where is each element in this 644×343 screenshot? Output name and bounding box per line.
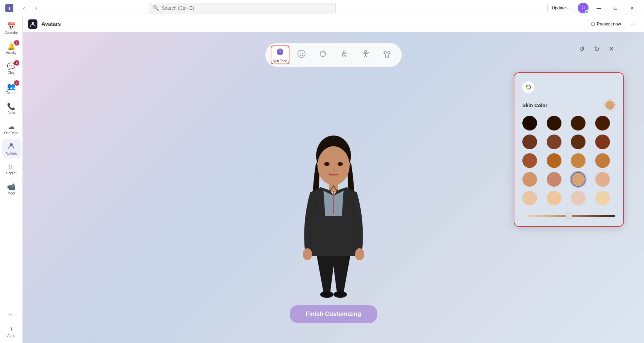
title-bar: T ‹ › 🔍 Update ··· U — □ ✕ <box>0 0 644 16</box>
face-tool[interactable] <box>292 46 311 64</box>
close-button[interactable]: ✕ <box>625 3 640 13</box>
meet-icon: 📹 <box>7 183 15 191</box>
color-swatch[interactable] <box>547 116 561 131</box>
update-button[interactable]: Update ··· <box>547 4 575 12</box>
color-swatch[interactable] <box>595 153 610 168</box>
teams-logo: T <box>4 3 15 13</box>
svg-point-17 <box>339 163 341 165</box>
skin-color-panel: Skin Color <box>514 72 624 227</box>
face-icon <box>297 49 306 61</box>
chat-badge: 4 <box>14 60 19 66</box>
color-swatch[interactable] <box>522 191 537 205</box>
minimize-button[interactable]: — <box>591 3 607 13</box>
color-swatch[interactable] <box>571 116 586 131</box>
svg-point-22 <box>334 291 347 298</box>
sidebar-item-calendar[interactable]: 📅 Calendar <box>2 19 21 37</box>
window-controls: — □ ✕ <box>591 3 640 13</box>
avatars-icon <box>8 142 15 151</box>
sidebar-item-meet[interactable]: 📹 Meet <box>2 179 21 198</box>
redo-button[interactable]: ↻ <box>591 43 603 55</box>
search-input[interactable] <box>162 5 332 11</box>
svg-point-6 <box>298 50 305 58</box>
svg-point-19 <box>303 248 312 260</box>
svg-point-3 <box>32 22 34 24</box>
svg-point-10 <box>343 51 345 53</box>
sidebar-item-label: Apps <box>7 334 15 338</box>
color-swatch[interactable] <box>595 172 610 187</box>
svg-point-16 <box>326 163 328 165</box>
color-swatch[interactable] <box>522 135 537 149</box>
color-swatch[interactable] <box>547 135 561 149</box>
panel-title: Skin Color <box>522 102 547 108</box>
sidebar-item-chat[interactable]: 💬 Chat 4 <box>2 59 21 78</box>
color-swatch[interactable] <box>571 153 586 168</box>
app-icon <box>28 19 37 29</box>
sidebar-item-teams[interactable]: 👥 Teams 2 <box>2 79 21 98</box>
avatar-figure <box>277 122 390 316</box>
close-canvas-button[interactable]: ✕ <box>605 43 617 55</box>
sidebar-item-label: OneDrive <box>4 131 18 135</box>
color-grid <box>522 116 615 205</box>
more-icon: ··· <box>567 5 571 10</box>
svg-point-21 <box>320 291 334 298</box>
canvas-controls: ↺ ↻ ✕ <box>576 43 617 55</box>
header-more-button[interactable]: ··· <box>628 19 639 29</box>
color-swatch[interactable] <box>547 153 561 168</box>
color-swatch[interactable] <box>571 172 586 187</box>
calendar-icon: 📅 <box>7 22 15 30</box>
color-swatch[interactable] <box>571 135 586 149</box>
color-swatch[interactable] <box>522 153 537 168</box>
present-now-button[interactable]: ⊡ Present now <box>587 20 625 28</box>
pose-tool[interactable] <box>356 46 375 64</box>
sidebar-item-avatars[interactable]: Avatars <box>2 139 21 158</box>
sidebar-item-activity[interactable]: 🔔 Activity 2 <box>2 39 21 58</box>
sidebar-item-onedrive[interactable]: ☁ OneDrive <box>2 119 21 138</box>
finish-customizing-button[interactable]: Finish Customizing <box>290 305 377 323</box>
customization-toolbar: Skin Tone <box>265 43 402 67</box>
user-avatar[interactable]: U <box>578 3 589 13</box>
svg-point-20 <box>355 248 364 260</box>
sidebar: 📅 Calendar 🔔 Activity 2 💬 Chat 4 👥 Teams… <box>0 16 23 343</box>
content-area: Avatars ⊡ Present now ··· <box>23 16 644 343</box>
color-swatch[interactable] <box>522 116 537 131</box>
color-swatch[interactable] <box>522 172 537 187</box>
outfit-icon <box>382 49 392 61</box>
body-icon <box>340 49 349 61</box>
search-bar[interactable]: 🔍 <box>149 3 336 13</box>
calls-icon: 📞 <box>7 102 15 110</box>
title-bar-actions: Update ··· U — □ ✕ <box>547 3 640 13</box>
outfit-tool[interactable] <box>378 46 396 64</box>
sidebar-item-calls[interactable]: 📞 Calls <box>2 99 21 118</box>
back-button[interactable]: ‹ <box>19 3 29 13</box>
svg-rect-5 <box>280 51 280 53</box>
skin-tone-slider[interactable] <box>522 215 615 217</box>
svg-point-7 <box>299 53 300 54</box>
apps-icon: ＋ <box>8 324 15 333</box>
undo-button[interactable]: ↺ <box>576 43 588 55</box>
forward-button[interactable]: › <box>31 3 41 13</box>
sidebar-item-label: Teams <box>6 91 16 95</box>
hair-icon <box>318 49 328 61</box>
sidebar-item-label: Activity <box>6 51 17 55</box>
hair-tool[interactable] <box>313 46 332 64</box>
selected-color-swatch <box>605 100 615 110</box>
color-swatch[interactable] <box>571 191 586 205</box>
sidebar-item-label: Chat <box>8 71 15 75</box>
sidebar-item-apps[interactable]: ＋ Apps <box>2 322 21 340</box>
color-swatch[interactable] <box>595 135 610 149</box>
color-swatch[interactable] <box>595 116 610 131</box>
main-layout: 📅 Calendar 🔔 Activity 2 💬 Chat 4 👥 Teams… <box>0 16 644 343</box>
sidebar-more-button[interactable]: ··· <box>6 307 17 320</box>
onedrive-icon: ☁ <box>8 122 15 131</box>
color-swatch[interactable] <box>547 172 561 187</box>
color-swatch[interactable] <box>595 191 610 205</box>
maximize-button[interactable]: □ <box>608 3 623 13</box>
app-header: Avatars ⊡ Present now ··· <box>23 16 644 32</box>
body-tool[interactable] <box>335 46 354 64</box>
avatar-canvas: Skin Tone <box>23 32 644 343</box>
sidebar-item-copilot[interactable]: ⊞ Copilot <box>2 159 21 178</box>
color-swatch[interactable] <box>547 191 561 205</box>
page-title: Avatars <box>41 21 61 27</box>
skin-tone-tool[interactable]: Skin Tone <box>271 46 289 64</box>
svg-point-11 <box>365 51 367 53</box>
